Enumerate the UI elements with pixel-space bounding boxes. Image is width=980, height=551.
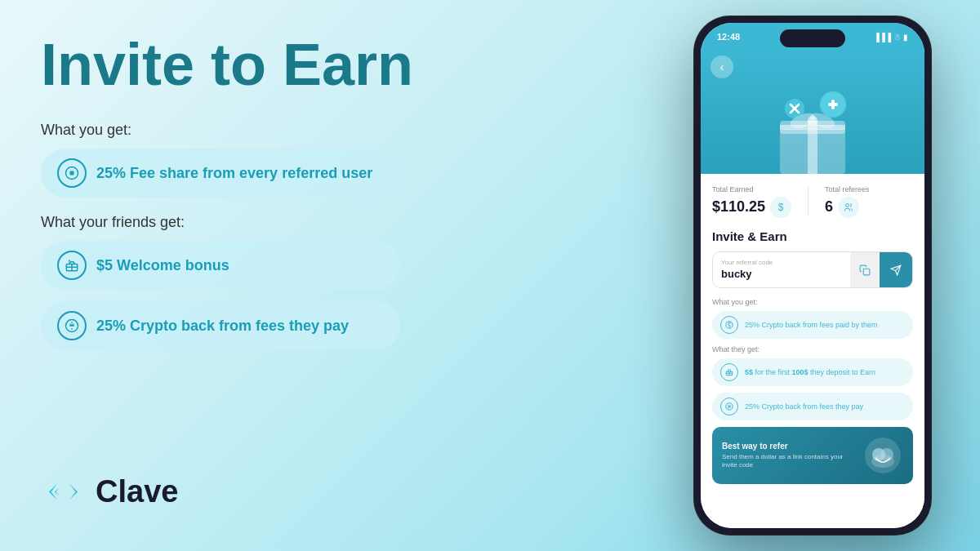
stats-divider (808, 187, 808, 216)
svg-point-18 (846, 204, 849, 207)
phone-they-get-pill-1: 5$ for the first 100$ they deposit to Ea… (712, 358, 913, 386)
svg-rect-19 (863, 269, 870, 275)
main-title: Invite to Earn (41, 33, 498, 97)
total-referees-stat: Total referees 6 (825, 185, 870, 218)
best-way-image (862, 435, 903, 476)
phone-they-get-1-text: 5$ for the first 100$ they deposit to Ea… (745, 368, 875, 376)
back-button[interactable]: ‹ (710, 56, 733, 78)
total-earned-stat: Total Earned $110.25 $ (712, 185, 791, 218)
best-way-title: Best way to refer (722, 442, 854, 451)
fee-share-icon (57, 158, 87, 188)
clave-logo: Clave (41, 473, 178, 510)
referral-code-box: Your referral code bucky (712, 251, 913, 288)
phone-screen: 12:48 ▐▐▐ ☃ ▮ ‹ (701, 23, 924, 528)
friends-pill-1-text: $5 Welcome bonus (96, 257, 229, 274)
total-referees-label: Total referees (825, 185, 870, 193)
phone-what-they-get-label: What they get: (712, 345, 913, 353)
logo-text: Clave (96, 474, 178, 509)
phone-frame: 12:48 ▐▐▐ ☃ ▮ ‹ (694, 16, 931, 535)
you-get-pill-text: 25% Fee share from every referred user (96, 165, 372, 182)
best-way-card: Best way to refer Send them a dollar as … (712, 427, 913, 484)
what-friends-get-label: What your friends get: (41, 214, 498, 231)
status-time: 12:48 (717, 32, 740, 42)
phone-what-you-get-label: What you get: (712, 298, 913, 306)
referral-label: Your referral code (721, 259, 842, 266)
send-button[interactable] (880, 252, 912, 287)
signal-icon: ▐▐▐ (874, 33, 891, 42)
wifi-icon: ☃ (893, 33, 901, 42)
what-you-get-label: What you get: (41, 122, 498, 139)
total-referees-value: 6 (825, 198, 833, 216)
left-section: Invite to Earn What you get: 25% Fee sha… (41, 33, 498, 362)
phone-hero: ‹ (701, 47, 924, 174)
welcome-bonus-icon (57, 251, 87, 280)
phone-gift-icon (720, 363, 738, 381)
stats-row: Total Earned $110.25 $ Total referees 6 (712, 185, 913, 218)
crypto-back-icon (57, 311, 87, 340)
friends-pill-1: $5 Welcome bonus (41, 241, 400, 290)
svg-rect-14 (831, 100, 835, 109)
phone-fee-icon (720, 316, 738, 334)
battery-icon: ▮ (903, 33, 908, 42)
status-icons: ▐▐▐ ☃ ▮ (874, 33, 908, 42)
best-way-text: Best way to refer Send them a dollar as … (722, 442, 854, 470)
phone-you-get-pill: 25% Crypto back from fees paid by them (712, 311, 913, 339)
copy-button[interactable] (850, 252, 880, 287)
phone-you-get-text: 25% Crypto back from fees paid by them (745, 321, 878, 329)
total-earned-label: Total Earned (712, 185, 791, 193)
you-get-pill: 25% Fee share from every referred user (41, 149, 400, 198)
phone-container: 12:48 ▐▐▐ ☃ ▮ ‹ (694, 16, 931, 535)
friends-pill-2-text: 25% Crypto back from fees they pay (96, 318, 349, 335)
svg-point-27 (880, 448, 893, 461)
phone-they-get-2-text: 25% Crypto back from fees they pay (745, 402, 863, 411)
phone-they-get-pill-2: 25% Crypto back from fees they pay (712, 393, 913, 420)
friends-pill-2: 25% Crypto back from fees they pay (41, 301, 400, 350)
dollar-icon: $ (770, 197, 791, 218)
svg-point-11 (808, 116, 817, 126)
invite-earn-title: Invite & Earn (712, 229, 913, 243)
referral-input: Your referral code bucky (713, 252, 850, 287)
phone-crypto-back-icon (720, 398, 738, 415)
phone-content: Total Earned $110.25 $ Total referees 6 (701, 174, 924, 528)
dynamic-island (780, 29, 845, 47)
best-way-desc: Send them a dollar as a link contains yo… (722, 453, 854, 470)
referral-code-value: bucky (721, 268, 752, 280)
total-earned-value: $110.25 (712, 198, 765, 216)
users-icon (838, 197, 859, 218)
